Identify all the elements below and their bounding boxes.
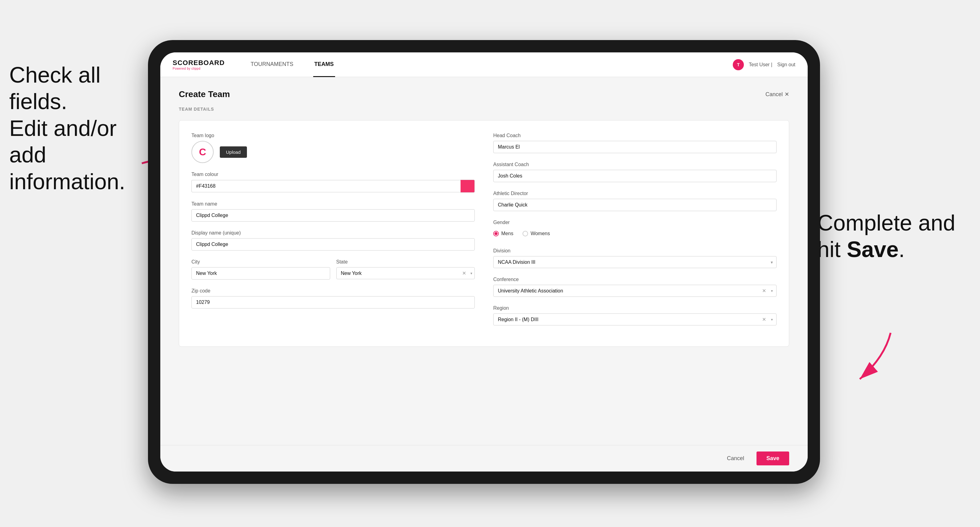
gender-womens-radio[interactable] xyxy=(522,231,528,237)
arrow-right xyxy=(835,327,912,388)
team-colour-label: Team colour xyxy=(191,171,475,177)
logo-text: SCOREBOARD xyxy=(173,59,225,67)
upload-button[interactable]: Upload xyxy=(220,146,247,158)
head-coach-input[interactable] xyxy=(493,141,776,153)
athletic-director-input[interactable] xyxy=(493,199,776,211)
nav-teams[interactable]: TEAMS xyxy=(313,52,335,77)
region-clear-icon[interactable]: ✕ xyxy=(762,316,766,322)
user-avatar: T xyxy=(733,59,744,70)
logo-sub: Powered by clippd xyxy=(173,67,225,70)
display-name-input[interactable] xyxy=(191,238,475,251)
user-text: Test User | xyxy=(749,62,772,68)
division-label: Division xyxy=(493,248,776,254)
form-area: Team logo C Upload Team colour xyxy=(179,120,789,347)
gender-mens-option[interactable]: Mens xyxy=(493,231,513,237)
team-logo-group: Team logo C Upload xyxy=(191,133,475,163)
region-label: Region xyxy=(493,305,776,311)
gender-label: Gender xyxy=(493,220,776,225)
city-state-group: City State New York ✕ xyxy=(191,259,475,279)
gender-womens-label: Womens xyxy=(531,231,550,237)
gender-mens-radio[interactable] xyxy=(493,231,499,237)
display-name-label: Display name (unique) xyxy=(191,230,475,236)
instruction-left: Check all fields. Edit and/or add inform… xyxy=(9,62,132,195)
instruction-right: Complete and hit Save. xyxy=(817,210,955,263)
gender-group: Gender Mens Womens xyxy=(493,220,776,240)
conference-group: Conference University Athletic Associati… xyxy=(493,277,776,297)
gender-womens-option[interactable]: Womens xyxy=(522,231,550,237)
assistant-coach-label: Assistant Coach xyxy=(493,162,776,167)
save-button[interactable]: Save xyxy=(757,451,789,465)
assistant-coach-group: Assistant Coach xyxy=(493,162,776,182)
zip-input[interactable] xyxy=(191,296,475,308)
head-coach-label: Head Coach xyxy=(493,133,776,138)
head-coach-group: Head Coach xyxy=(493,133,776,153)
right-column: Head Coach Assistant Coach Athletic Dire… xyxy=(493,133,776,334)
conference-clear-icon[interactable]: ✕ xyxy=(762,288,766,294)
conference-select[interactable]: University Athletic Association xyxy=(493,285,776,297)
region-group: Region Region II - (M) DIII ✕ ▾ xyxy=(493,305,776,325)
bottom-bar: Cancel Save xyxy=(160,445,808,471)
section-label: TEAM DETAILS xyxy=(179,106,789,111)
conference-label: Conference xyxy=(493,277,776,282)
color-input-row xyxy=(191,180,475,193)
zip-label: Zip code xyxy=(191,288,475,294)
athletic-director-group: Athletic Director xyxy=(493,191,776,211)
division-select-wrap: NCAA Division III ▾ xyxy=(493,256,776,268)
team-name-label: Team name xyxy=(191,201,475,207)
tablet-screen: SCOREBOARD Powered by clippd TOURNAMENTS… xyxy=(160,52,808,471)
page-header: Create Team Cancel ✕ xyxy=(179,89,789,99)
display-name-group: Display name (unique) xyxy=(191,230,475,251)
state-select-wrap: New York ✕ ▾ xyxy=(336,267,475,279)
logo-circle: C xyxy=(191,141,214,163)
team-colour-group: Team colour xyxy=(191,171,475,193)
team-colour-input[interactable] xyxy=(191,180,461,192)
conference-select-wrap: University Athletic Association ✕ ▾ xyxy=(493,285,776,297)
cancel-top-button[interactable]: Cancel ✕ xyxy=(765,91,789,98)
city-state-row: City State New York ✕ xyxy=(191,259,475,279)
logo-area: SCOREBOARD Powered by clippd xyxy=(173,59,225,70)
gender-mens-label: Mens xyxy=(501,231,513,237)
left-column: Team logo C Upload Team colour xyxy=(191,133,475,334)
division-select[interactable]: NCAA Division III xyxy=(493,256,776,268)
city-input[interactable] xyxy=(191,267,330,279)
nav-tournaments[interactable]: TOURNAMENTS xyxy=(250,52,295,77)
city-group: City xyxy=(191,259,330,279)
form-two-col: Team logo C Upload Team colour xyxy=(191,133,776,334)
nav-right: T Test User | Sign out xyxy=(733,59,795,70)
athletic-director-label: Athletic Director xyxy=(493,191,776,196)
logo-upload-row: C Upload xyxy=(191,141,475,163)
tablet-device: SCOREBOARD Powered by clippd TOURNAMENTS… xyxy=(148,40,820,484)
team-logo-label: Team logo xyxy=(191,133,475,138)
gender-radio-group: Mens Womens xyxy=(493,228,776,240)
city-label: City xyxy=(191,259,330,265)
region-select[interactable]: Region II - (M) DIII xyxy=(493,313,776,325)
navbar: SCOREBOARD Powered by clippd TOURNAMENTS… xyxy=(160,52,808,77)
assistant-coach-input[interactable] xyxy=(493,170,776,182)
state-label: State xyxy=(336,259,475,265)
region-select-wrap: Region II - (M) DIII ✕ ▾ xyxy=(493,313,776,325)
main-content: Create Team Cancel ✕ TEAM DETAILS Team l… xyxy=(160,77,808,445)
sign-out-link[interactable]: Sign out xyxy=(777,62,795,68)
page-title: Create Team xyxy=(179,89,230,99)
color-swatch[interactable] xyxy=(461,180,475,193)
state-select[interactable]: New York xyxy=(336,267,475,279)
team-name-group: Team name xyxy=(191,201,475,222)
state-group: State New York ✕ ▾ xyxy=(336,259,475,279)
state-clear-icon[interactable]: ✕ xyxy=(462,270,466,276)
team-name-input[interactable] xyxy=(191,209,475,222)
cancel-bottom-button[interactable]: Cancel xyxy=(721,452,750,465)
division-group: Division NCAA Division III ▾ xyxy=(493,248,776,268)
zip-group: Zip code xyxy=(191,288,475,308)
